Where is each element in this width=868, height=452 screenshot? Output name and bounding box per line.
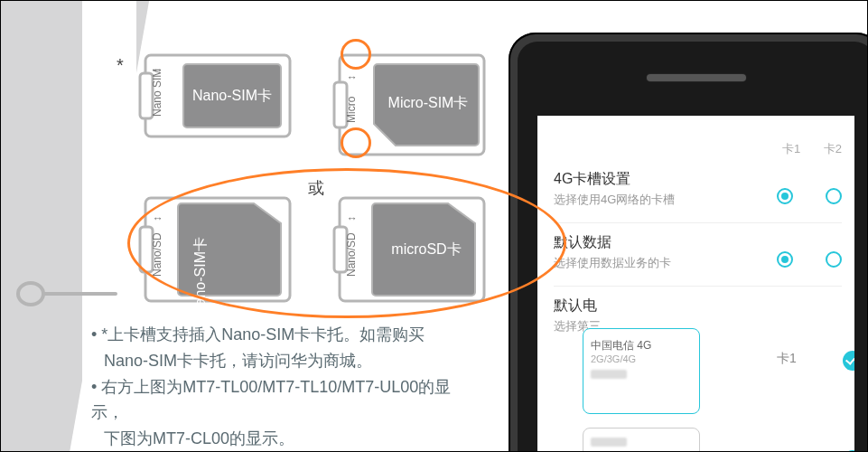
tray-nano-card-label: Nano-SIM卡 — [192, 88, 272, 103]
svg-text:Nano/SD: Nano/SD — [151, 232, 163, 277]
tray-nano-side-label: Nano SIM — [151, 69, 163, 117]
check-slot1[interactable] — [843, 351, 854, 371]
sim1-blur — [591, 370, 627, 379]
tray-nano-sd-nano: Nano-SIM卡 Nano/SD ↕ — [136, 191, 299, 308]
tab-slot2[interactable]: 卡2 — [824, 142, 842, 155]
note-2-line1: • 右方上图为MT7-TL00/MT7-TL10/MT7-UL00的显示， — [91, 374, 471, 427]
tray-nanosd-card-label: Nano-SIM卡 — [192, 237, 208, 308]
tray-microsd-card-label: microSD卡 — [391, 241, 461, 257]
setting-4g-title: 4G卡槽设置 — [554, 170, 842, 189]
note-1-line1: • *上卡槽支持插入Nano-SIM卡卡托。如需购买 — [91, 322, 471, 348]
phone-mockup: 卡1 卡2 4G卡槽设置 选择使用4G网络的卡槽 默认数据 选择使用数据业务的卡 — [509, 33, 868, 452]
svg-text:↕: ↕ — [151, 216, 163, 221]
svg-text:Nano/SD: Nano/SD — [345, 232, 358, 277]
setting-default-data[interactable]: 默认数据 选择使用数据业务的卡 — [554, 233, 842, 271]
svg-text:↕: ↕ — [151, 68, 163, 73]
tray-nano-sd-microsd: microSD卡 Nano/SD ↕ — [331, 191, 493, 308]
sim-right-label-1: 卡1 — [777, 351, 797, 367]
setting-call-title: 默认电 — [554, 297, 842, 315]
note-1-line2: Nano-SIM卡卡托，请访问华为商城。 — [91, 348, 471, 374]
notes-block: • *上卡槽支持插入Nano-SIM卡卡托。如需购买 Nano-SIM卡卡托，请… — [91, 322, 471, 452]
tray-micro-card-label: Micro-SIM卡 — [388, 95, 469, 110]
screen-tabs: 卡1 卡2 — [762, 141, 842, 157]
phone-speaker — [647, 74, 746, 81]
radio-4g-slot2[interactable] — [826, 188, 842, 204]
sim1-line2: 2G/3G/4G — [591, 353, 692, 364]
sim-eject-pin-icon — [14, 277, 118, 311]
svg-point-16 — [18, 283, 43, 305]
radio-data-slot2[interactable] — [826, 251, 842, 268]
setting-4g-slot[interactable]: 4G卡槽设置 选择使用4G网络的卡槽 — [554, 170, 842, 208]
sim1-line1: 中国电信 4G — [591, 338, 692, 353]
sim2-blur-top — [591, 438, 627, 447]
phone-screen: 卡1 卡2 4G卡槽设置 选择使用4G网络的卡槽 默认数据 选择使用数据业务的卡 — [537, 116, 854, 452]
divider — [554, 222, 842, 223]
setting-4g-sub: 选择使用4G网络的卡槽 — [554, 192, 842, 208]
radio-4g-slot1[interactable] — [777, 188, 793, 204]
tray-micro-sim: Micro-SIM卡 Micro ↕ — [331, 46, 493, 164]
tab-slot1[interactable]: 卡1 — [782, 142, 800, 155]
tray-nano-sim: Nano-SIM卡 Nano SIM ↕ — [136, 46, 299, 155]
svg-text:Micro: Micro — [345, 96, 358, 123]
setting-data-sub: 选择使用数据业务的卡 — [554, 255, 842, 271]
asterisk: * — [117, 55, 124, 76]
svg-text:↕: ↕ — [345, 216, 358, 221]
or-label: 或 — [308, 177, 324, 199]
sim-card-1[interactable]: 中国电信 4G 2G/3G/4G — [583, 328, 700, 414]
note-2-line2: 下图为MT7-CL00的显示。 — [91, 426, 471, 452]
radio-data-slot1[interactable] — [777, 251, 793, 268]
setting-data-title: 默认数据 — [554, 233, 842, 252]
divider — [554, 286, 842, 287]
svg-text:↕: ↕ — [345, 75, 358, 80]
sim-card-2[interactable]: 2G — [583, 428, 700, 452]
